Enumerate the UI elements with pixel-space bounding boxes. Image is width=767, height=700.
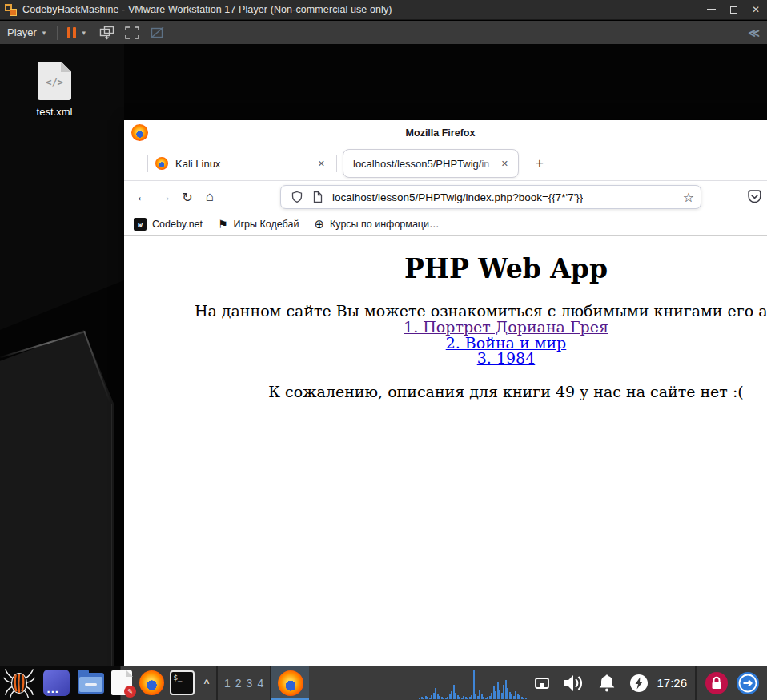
notifications-bell-icon[interactable] (594, 673, 620, 694)
text-editor-button[interactable]: ✎ (107, 666, 136, 700)
firefox-window-title: Mozilla Firefox (406, 127, 476, 139)
vmware-window-title: CodebyHackMashine - VMware Workstation 1… (22, 4, 392, 15)
suspend-vm-button[interactable] (67, 27, 76, 38)
unity-mode-icon (99, 26, 115, 40)
bookmarks-toolbar: w Codeby.net ⚑ Игры Кодебай ⊕ Курсы по и… (124, 213, 767, 236)
bookmark-igry-kodebay[interactable]: ⚑ Игры Кодебай (218, 218, 299, 231)
unity-mode-button[interactable] (98, 25, 116, 41)
codeby-favicon-icon: w (134, 218, 147, 231)
pencil-badge-icon: ✎ (124, 686, 136, 698)
reload-button[interactable]: ↻ (176, 186, 199, 208)
not-found-text: К сожалению, описания для книги 49 у нас… (124, 383, 767, 400)
terminal-launcher-button[interactable]: $_ (167, 666, 197, 700)
home-button[interactable]: ⌂ (199, 186, 221, 208)
file-manager-button[interactable] (74, 666, 107, 700)
player-menu[interactable]: Player ▾ (7, 26, 46, 38)
tab-label: Kali Linux (175, 158, 315, 170)
workspace-1[interactable]: 1 (224, 677, 231, 690)
toolbar-divider (57, 26, 58, 40)
power-manager-icon[interactable] (628, 674, 650, 693)
workspace-4[interactable]: 4 (257, 677, 263, 690)
pocket-icon[interactable] (744, 187, 765, 207)
document-icon: ✎ (111, 670, 132, 695)
navigation-toolbar: ← → ↻ ⌂ localhost/lesson5/PHPTwig/index.… (124, 181, 767, 213)
tab-favicon (155, 157, 168, 170)
vmware-toolbar: Player ▾ ▾ ≪ (0, 21, 767, 44)
bookmark-label: Курсы по информаци… (330, 219, 440, 230)
flag-icon: ⚑ (218, 218, 228, 231)
back-button[interactable]: ← (131, 186, 154, 208)
code-icon: </> (46, 77, 63, 88)
fullscreen-icon (124, 26, 140, 40)
kali-menu-button[interactable] (0, 666, 38, 700)
vmware-titlebar: CodebyHackMashine - VMware Workstation 1… (0, 0, 767, 20)
blue-window-icon: ... (43, 670, 70, 696)
tab-close-icon[interactable]: ✕ (315, 157, 328, 171)
firefox-task-button-active[interactable] (271, 666, 309, 700)
firefox-titlebar[interactable]: Mozilla Firefox (124, 120, 767, 146)
tab-kali-linux[interactable]: Kali Linux ✕ (148, 149, 336, 178)
wallpaper-edge-line (111, 404, 112, 666)
tab-label: localhost/lesson5/PHPTwig/in (353, 158, 498, 170)
desktop-file-label: test.xml (30, 106, 78, 118)
book-link-1[interactable]: 1. Портрет Дориана Грея (124, 320, 767, 336)
workspace-2[interactable]: 2 (235, 677, 242, 690)
forward-button: → (154, 186, 176, 208)
page-content: PHP Web App На данном сайте Вы можете оз… (124, 236, 767, 666)
bookmark-label: Codeby.net (152, 219, 203, 230)
collapse-toolbar-button[interactable]: ≪ (748, 26, 759, 39)
fullscreen-button[interactable] (123, 25, 141, 41)
url-bar[interactable]: localhost/lesson5/PHPTwig/index.php?book… (280, 185, 701, 209)
desktop: </> test.xml Mozilla Firefox Kali Linux … (0, 44, 767, 666)
shield-icon[interactable] (291, 191, 303, 203)
firefox-launcher-button[interactable] (136, 666, 167, 700)
bookmark-star-icon[interactable]: ☆ (683, 190, 694, 205)
book-links: 1. Портрет Дориана Грея 2. Война и мир 3… (124, 320, 767, 367)
book-link-3[interactable]: 3. 1984 (124, 351, 767, 367)
taskbar: ... ✎ $_ ^ 1 2 3 4 17 (0, 666, 767, 700)
volume-icon[interactable] (560, 674, 588, 693)
app-launcher-button[interactable]: ... (38, 666, 74, 700)
tab-divider (336, 155, 337, 172)
folder-icon (78, 673, 104, 694)
minimize-icon (707, 9, 716, 10)
firefox-window: Mozilla Firefox Kali Linux ✕ localhost/l… (124, 120, 767, 666)
desktop-file-test-xml[interactable]: </> test.xml (30, 62, 78, 118)
bookmark-kursy[interactable]: ⊕ Курсы по информаци… (314, 217, 439, 231)
system-tray: 17:26 (419, 666, 767, 700)
player-menu-label: Player (7, 26, 37, 38)
clock[interactable]: 17:26 (657, 676, 687, 690)
page-info-icon[interactable] (311, 191, 324, 203)
workspace-3[interactable]: 3 (247, 677, 253, 690)
firefox-logo-icon (139, 670, 164, 695)
chevron-down-icon: ▾ (42, 29, 46, 37)
bookmark-codeby[interactable]: w Codeby.net (134, 218, 203, 231)
maximize-icon (730, 6, 737, 14)
book-link-2[interactable]: 2. Война и мир (124, 336, 767, 352)
firefox-logo-icon (131, 124, 148, 141)
logout-arrow-icon[interactable] (735, 671, 761, 695)
xml-file-icon: </> (38, 62, 71, 100)
network-monitor-graph[interactable] (419, 667, 527, 699)
taskbar-divider (695, 666, 697, 700)
maximize-button[interactable] (722, 0, 745, 19)
tab-close-icon[interactable]: ✕ (498, 157, 512, 171)
tab-localhost-active[interactable]: localhost/lesson5/PHPTwig/in ✕ (343, 149, 519, 178)
workspace-switcher: 1 2 3 4 (218, 677, 270, 690)
screen-lock-icon[interactable] (704, 671, 729, 695)
page-intro-text: На данном сайте Вы можете ознакомиться с… (124, 302, 767, 320)
url-text[interactable]: localhost/lesson5/PHPTwig/index.php?book… (332, 191, 583, 203)
multi-monitor-button-disabled (148, 25, 166, 41)
firefox-logo-icon (278, 670, 303, 696)
multi-monitor-disabled-icon (149, 26, 165, 40)
close-button[interactable]: ✕ (745, 0, 767, 19)
minimize-button[interactable] (700, 0, 722, 19)
bookmark-label: Игры Кодебай (234, 219, 299, 230)
chevron-up-icon[interactable]: ^ (197, 666, 216, 700)
page-title: PHP Web App (124, 254, 767, 284)
vmware-window-controls: ✕ (700, 0, 767, 19)
network-port-icon[interactable] (532, 675, 552, 691)
kali-dragon-icon (3, 668, 35, 698)
suspend-dropdown-caret[interactable]: ▾ (82, 29, 86, 37)
new-tab-button[interactable]: + (528, 152, 551, 175)
